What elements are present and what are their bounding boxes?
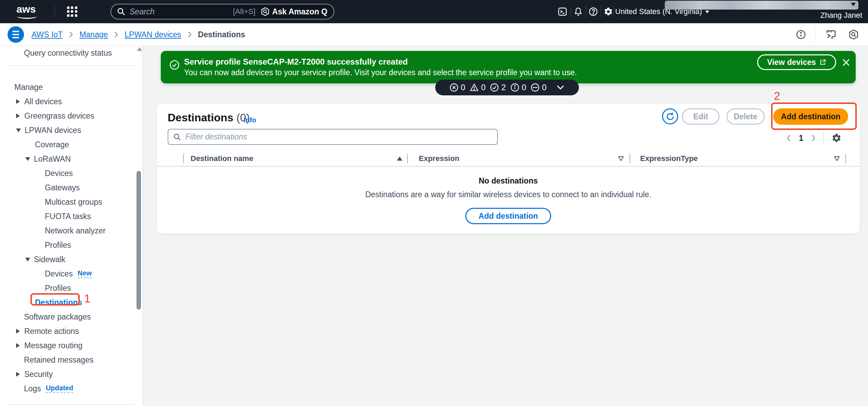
- success-count: 2: [501, 83, 506, 92]
- aws-logo-text: aws: [16, 5, 44, 14]
- info-circle-icon: [510, 83, 519, 92]
- empty-state-title: No destinations: [157, 176, 860, 186]
- chevron-down-icon[interactable]: [556, 85, 565, 90]
- column-header-destination-name[interactable]: Destination name: [184, 151, 407, 166]
- account-menu-redacted[interactable]: [665, 1, 858, 10]
- view-devices-label: View devices: [767, 58, 816, 67]
- sort-ascending-icon: [397, 157, 402, 161]
- sidebar-item-all-devices[interactable]: All devices: [0, 94, 143, 109]
- collapse-down-icon: [16, 128, 21, 132]
- sidebar-item-gateways[interactable]: Gateways: [0, 180, 143, 195]
- new-badge[interactable]: New: [78, 269, 92, 278]
- chevron-down-icon: [705, 11, 709, 13]
- breadcrumb-link-manage[interactable]: Manage: [79, 30, 108, 39]
- sidebar-item-label: Logs: [24, 384, 41, 393]
- sidebar-item-sidewalk-devices[interactable]: Devices New: [0, 267, 143, 281]
- ask-amazon-q-button[interactable]: Ask Amazon Q: [261, 7, 327, 16]
- breadcrumb-separator: [187, 31, 192, 38]
- page-number[interactable]: 1: [799, 134, 803, 143]
- table-settings-gear-icon[interactable]: [831, 133, 842, 143]
- sidebar-item-greengrass-devices[interactable]: Greengrass devices: [0, 109, 143, 123]
- sidebar-item-logs[interactable]: Logs Updated: [0, 381, 143, 396]
- sidebar-item-lpwan-devices[interactable]: LPWAN devices: [0, 123, 143, 137]
- info-link[interactable]: Info: [244, 116, 256, 124]
- breadcrumb-link-lpwan-devices[interactable]: LPWAN devices: [125, 30, 181, 39]
- sidebar-item-label: Coverage: [35, 140, 69, 149]
- sidebar-item-query-connectivity-status[interactable]: Query connectivity status: [0, 46, 143, 60]
- sidebar-item-message-routing[interactable]: Message routing: [0, 338, 143, 353]
- chevron-left-icon[interactable]: [786, 134, 791, 142]
- screen-share-icon[interactable]: [826, 29, 837, 40]
- sidebar-item-label: All devices: [24, 97, 62, 106]
- sidebar-item-lorawan-devices[interactable]: Devices: [0, 166, 143, 180]
- sidebar-item-coverage[interactable]: Coverage: [0, 137, 143, 152]
- apps-grid-icon[interactable]: [67, 6, 77, 17]
- close-icon[interactable]: [842, 58, 851, 67]
- help-icon[interactable]: [588, 7, 598, 16]
- sidebar-item-software-packages[interactable]: Software packages: [0, 310, 143, 324]
- amazon-q-icon: [261, 7, 269, 16]
- bell-icon[interactable]: [573, 7, 583, 16]
- info-count: 0: [522, 83, 526, 92]
- toolbar-divider: [824, 132, 824, 144]
- edit-button[interactable]: Edit: [682, 108, 720, 125]
- search-shortcut-hint: [Alt+S]: [233, 7, 255, 16]
- sidebar-item-security[interactable]: Security: [0, 367, 143, 381]
- pagination: 1: [786, 132, 842, 144]
- column-header-expression-type[interactable]: ExpressionType: [630, 151, 845, 166]
- menu-icon[interactable]: [8, 26, 24, 43]
- cloudshell-icon[interactable]: [558, 7, 567, 16]
- column-divider: [845, 154, 846, 163]
- sidebar-divider: [8, 404, 134, 405]
- sidebar-item-retained-messages[interactable]: Retained messages: [0, 353, 143, 367]
- delete-button-label: Delete: [734, 112, 757, 121]
- sidebar-item-multicast-groups[interactable]: Multicast groups: [0, 195, 143, 209]
- sidebar-item-label: Destinations: [35, 298, 82, 307]
- notifications-summary-bar[interactable]: 0 0 2 0: [435, 80, 579, 95]
- aws-logo[interactable]: aws: [16, 5, 44, 19]
- search-input[interactable]: [130, 7, 230, 16]
- sidebar-item-label: Sidewalk: [34, 255, 65, 264]
- empty-add-destination-button[interactable]: Add destination: [465, 208, 552, 224]
- sidebar-item-sidewalk[interactable]: Sidewalk: [0, 252, 143, 267]
- chevron-right-icon[interactable]: [811, 134, 816, 142]
- sidebar-item-label: LPWAN devices: [25, 126, 81, 135]
- filter-destinations-input[interactable]: [185, 132, 492, 141]
- toolbar-divider: [816, 27, 816, 42]
- info-icon[interactable]: [796, 29, 806, 40]
- breadcrumb-bar: AWS IoT Manage LPWAN devices Destination…: [0, 23, 868, 46]
- column-header-expression[interactable]: Expression: [408, 151, 630, 166]
- topbar-divider: [601, 5, 601, 18]
- user-name: Zhang Janet: [820, 11, 862, 20]
- expand-right-icon: [16, 343, 20, 348]
- sidebar-item-remote-actions[interactable]: Remote actions: [0, 324, 143, 338]
- destinations-panel: Destinations (0) Info Edit Delete Add de…: [157, 104, 860, 234]
- amazon-q-icon[interactable]: [849, 29, 858, 40]
- sidebar-item-sidewalk-profiles[interactable]: Profiles: [0, 281, 143, 295]
- delete-button[interactable]: Delete: [726, 108, 765, 125]
- topbar-divider: [613, 5, 613, 18]
- sidebar-item-lorawan-profiles[interactable]: Profiles: [0, 238, 143, 252]
- sidebar-item-label: Query connectivity status: [24, 49, 112, 58]
- sidebar-scrollbar-thumb[interactable]: [137, 171, 141, 310]
- aws-logo-smile: [17, 14, 37, 19]
- sidebar-item-label: Devices: [45, 269, 73, 279]
- success-flash-banner: Service profile SenseCAP-M2-T2000 succes…: [161, 51, 856, 83]
- expand-right-icon: [16, 329, 20, 334]
- sidebar-item-lorawan[interactable]: LoRaWAN: [0, 152, 143, 166]
- sidebar-item-network-analyzer[interactable]: Network analyzer: [0, 224, 143, 238]
- scroll-up-arrow[interactable]: [137, 47, 142, 51]
- global-search: [Alt+S] Ask Amazon Q: [111, 4, 334, 19]
- add-destination-button[interactable]: Add destination: [773, 108, 848, 125]
- breadcrumb-link-aws-iot[interactable]: AWS IoT: [31, 30, 63, 39]
- updated-badge[interactable]: Updated: [46, 384, 73, 393]
- sidebar-item-fuota-tasks[interactable]: FUOTA tasks: [0, 209, 143, 224]
- sidebar-item-label: Greengrass devices: [24, 111, 94, 121]
- sidebar-item-label: Remote actions: [24, 327, 79, 336]
- sidebar-item-destinations[interactable]: Destinations: [0, 295, 143, 310]
- table-header-row: Destination name Expression ExpressionTy…: [157, 151, 860, 166]
- sidebar-item-label: Devices: [45, 169, 73, 178]
- view-devices-button[interactable]: View devices: [757, 54, 836, 70]
- refresh-button[interactable]: [662, 108, 678, 124]
- gear-icon[interactable]: [604, 7, 613, 16]
